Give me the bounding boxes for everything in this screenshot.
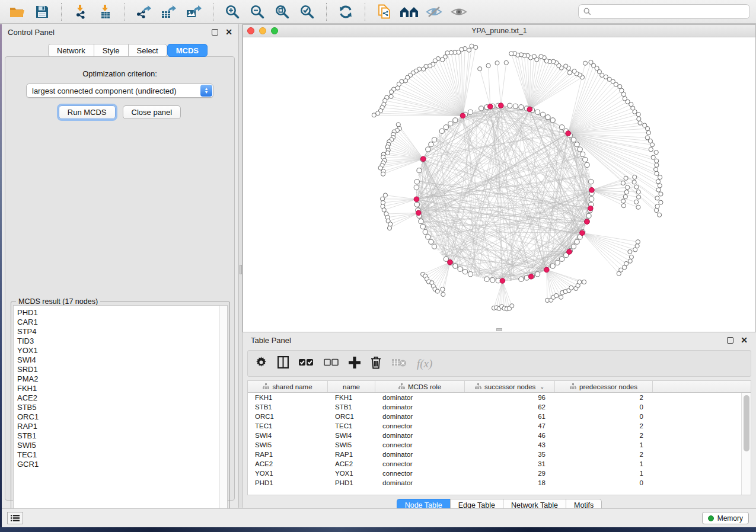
- cell-successor_nodes[interactable]: 29: [465, 470, 555, 477]
- open-folder-button[interactable]: [6, 2, 28, 21]
- split-panel-button[interactable]: [277, 356, 289, 371]
- table-row[interactable]: RAP1RAP1dominator352: [248, 450, 741, 459]
- mcds-result-item[interactable]: CAR1: [17, 318, 219, 327]
- cell-shared_name[interactable]: TEC1: [248, 422, 328, 430]
- column-header-name[interactable]: name: [328, 381, 375, 392]
- zoom-fit-button[interactable]: [271, 2, 294, 21]
- settings-gear-button[interactable]: [255, 356, 267, 371]
- column-header-predecessor_nodes[interactable]: predecessor nodes: [555, 381, 653, 392]
- refresh-layout-button[interactable]: [334, 2, 357, 21]
- cell-name[interactable]: PHD1: [328, 479, 375, 486]
- mcds-result-item[interactable]: ACE2: [17, 393, 219, 403]
- export-network-button[interactable]: [133, 2, 155, 21]
- mcds-result-item[interactable]: SRD1: [17, 365, 219, 374]
- mcds-result-item[interactable]: RAP1: [17, 422, 219, 431]
- hide-selected-button[interactable]: [423, 2, 445, 21]
- first-neighbors-button[interactable]: [398, 2, 420, 21]
- cell-mcds_role[interactable]: connector: [375, 422, 465, 430]
- mcds-result-scrollbar[interactable]: [219, 306, 227, 517]
- mcds-result-item[interactable]: SWI5: [17, 441, 219, 450]
- cell-successor_nodes[interactable]: 61: [465, 413, 555, 420]
- table-row[interactable]: PHD1PHD1dominator180: [248, 478, 741, 488]
- cell-shared_name[interactable]: STB1: [248, 403, 328, 411]
- cell-predecessor_nodes[interactable]: 1: [555, 470, 653, 477]
- tab-style[interactable]: Style: [94, 44, 128, 57]
- mcds-result-item[interactable]: YOX1: [17, 346, 219, 355]
- cell-name[interactable]: FKH1: [328, 394, 375, 401]
- tab-select[interactable]: Select: [128, 44, 167, 57]
- cell-predecessor_nodes[interactable]: 2: [555, 432, 653, 439]
- cell-name[interactable]: SWI5: [328, 441, 375, 448]
- table-row[interactable]: SWI4SWI4dominator462: [248, 431, 741, 440]
- table-close-panel-icon[interactable]: ✕: [741, 336, 748, 344]
- table-row[interactable]: SWI5SWI5connector431: [248, 440, 741, 450]
- cell-mcds_role[interactable]: connector: [375, 441, 465, 448]
- cell-predecessor_nodes[interactable]: 0: [555, 413, 653, 420]
- mcds-result-item[interactable]: TEC1: [17, 450, 219, 460]
- delete-column-button[interactable]: [371, 356, 381, 371]
- cell-predecessor_nodes[interactable]: 2: [555, 422, 653, 430]
- zoom-selected-button[interactable]: [296, 2, 318, 21]
- tab-mcds[interactable]: MCDS: [167, 44, 208, 57]
- cell-name[interactable]: YOX1: [328, 470, 375, 477]
- column-header-successor_nodes[interactable]: successor nodes⌄: [465, 381, 555, 392]
- cell-shared_name[interactable]: RAP1: [248, 451, 328, 458]
- cell-shared_name[interactable]: SWI4: [248, 432, 328, 439]
- import-table-button[interactable]: [94, 2, 117, 21]
- cell-predecessor_nodes[interactable]: 0: [555, 479, 653, 486]
- cell-mcds_role[interactable]: dominator: [375, 432, 465, 439]
- mcds-result-item[interactable]: PMA2: [17, 374, 219, 384]
- select-all-button[interactable]: [299, 358, 314, 369]
- horizontal-splitter-grip[interactable]: [496, 328, 502, 331]
- mcds-result-item[interactable]: STB1: [17, 431, 219, 441]
- table-row[interactable]: ACE2ACE2connector311: [248, 459, 741, 469]
- mcds-result-item[interactable]: TID3: [17, 336, 219, 346]
- cell-successor_nodes[interactable]: 18: [465, 479, 555, 486]
- cell-predecessor_nodes[interactable]: 2: [555, 451, 653, 458]
- show-panels-button[interactable]: [7, 512, 23, 524]
- mcds-result-item[interactable]: FKH1: [17, 384, 219, 393]
- zoom-out-button[interactable]: [246, 2, 269, 21]
- splitter-grip[interactable]: [240, 265, 242, 274]
- function-builder-button[interactable]: f(x): [417, 357, 432, 370]
- export-table-button[interactable]: [158, 2, 180, 21]
- search-input[interactable]: [595, 8, 745, 16]
- cell-shared_name[interactable]: ORC1: [248, 413, 328, 420]
- cell-successor_nodes[interactable]: 62: [465, 403, 555, 411]
- mcds-result-item[interactable]: STB5: [17, 403, 219, 412]
- zoom-in-button[interactable]: [221, 2, 244, 21]
- cell-shared_name[interactable]: ACE2: [248, 460, 328, 467]
- import-network-button[interactable]: [69, 2, 92, 21]
- cell-mcds_role[interactable]: connector: [375, 470, 465, 477]
- cell-mcds_role[interactable]: dominator: [375, 451, 465, 458]
- cell-shared_name[interactable]: FKH1: [248, 394, 328, 401]
- cell-mcds_role[interactable]: connector: [375, 460, 465, 467]
- table-float-panel-icon[interactable]: [727, 337, 733, 344]
- table-scrollbar-thumb[interactable]: [744, 395, 749, 451]
- tab-network[interactable]: Network: [48, 44, 94, 57]
- show-all-button[interactable]: [448, 2, 470, 21]
- run-mcds-button[interactable]: Run MCDS: [59, 105, 116, 119]
- close-panel-button[interactable]: Close panel: [123, 105, 181, 119]
- save-session-button[interactable]: [31, 2, 53, 21]
- network-canvas[interactable]: [243, 37, 755, 332]
- mcds-result-item[interactable]: SWI4: [17, 355, 219, 365]
- cell-successor_nodes[interactable]: 35: [465, 451, 555, 458]
- close-panel-icon[interactable]: ✕: [225, 28, 232, 36]
- float-panel-icon[interactable]: [212, 29, 218, 36]
- cell-name[interactable]: SWI4: [328, 432, 375, 439]
- cell-successor_nodes[interactable]: 43: [465, 441, 555, 448]
- cell-mcds_role[interactable]: dominator: [375, 479, 465, 486]
- share-document-button[interactable]: [373, 2, 395, 21]
- cell-shared_name[interactable]: SWI5: [248, 441, 328, 448]
- cell-name[interactable]: STB1: [328, 403, 375, 411]
- table-row[interactable]: TEC1TEC1connector472: [248, 421, 741, 431]
- cell-predecessor_nodes[interactable]: 1: [555, 441, 653, 448]
- cell-name[interactable]: ACE2: [328, 460, 375, 467]
- mcds-result-item[interactable]: GCR1: [17, 460, 219, 469]
- export-image-button[interactable]: [183, 2, 205, 21]
- table-row[interactable]: ORC1ORC1dominator610: [248, 412, 741, 421]
- cell-predecessor_nodes[interactable]: 0: [555, 403, 653, 411]
- mcds-result-item[interactable]: STP4: [17, 327, 219, 336]
- mcds-result-list[interactable]: PHD1CAR1STP4TID3YOX1SWI4SRD1PMA2FKH1ACE2…: [14, 306, 219, 517]
